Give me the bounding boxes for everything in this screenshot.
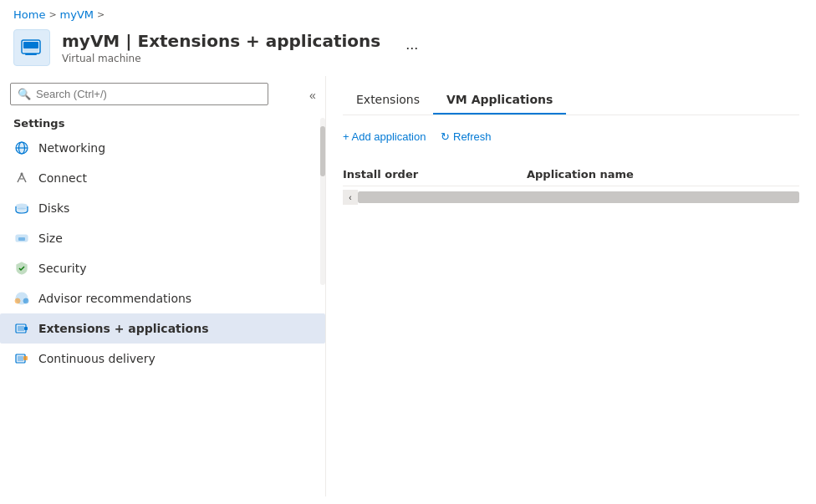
sidebar-item-security[interactable]: Security [0, 253, 325, 283]
sidebar: 🔍 « Settings Networking [0, 76, 326, 496]
connect-label: Connect [38, 171, 87, 185]
tab-extensions[interactable]: Extensions [343, 86, 433, 115]
breadcrumb-sep1: > [48, 9, 56, 20]
search-input[interactable] [36, 88, 261, 100]
security-label: Security [38, 262, 87, 275]
svg-point-14 [15, 298, 20, 303]
sidebar-scroll: Networking Connect [0, 133, 325, 496]
svg-rect-20 [18, 356, 23, 361]
breadcrumb: Home > myVM > [0, 0, 816, 26]
main-layout: 🔍 « Settings Networking [0, 76, 816, 496]
page-title-block: myVM | Extensions + applications Virtual… [62, 31, 380, 64]
sidebar-item-advisor[interactable]: Advisor recommendations [0, 283, 325, 313]
svg-point-15 [23, 298, 28, 303]
search-icon: 🔍 [18, 88, 31, 100]
table-scrollbar-thumb [358, 191, 799, 203]
continuous-label: Continuous delivery [38, 352, 156, 365]
sidebar-item-extensions[interactable]: Extensions + applications [0, 313, 325, 344]
continuous-icon [13, 350, 30, 367]
size-icon [13, 230, 30, 247]
sidebar-item-continuous[interactable]: Continuous delivery [0, 344, 325, 374]
advisor-icon [13, 290, 30, 307]
collapse-button[interactable]: « [300, 83, 325, 108]
toolbar: + Add application ↻ Refresh [343, 127, 799, 146]
breadcrumb-sep2: > [97, 9, 105, 20]
tabs: Extensions VM Applications [343, 86, 799, 115]
more-button[interactable]: ··· [399, 36, 425, 60]
sidebar-item-networking[interactable]: Networking [0, 133, 325, 163]
breadcrumb-vm[interactable]: myVM [60, 8, 94, 21]
svg-rect-2 [23, 42, 38, 48]
breadcrumb-home[interactable]: Home [13, 8, 45, 21]
svg-rect-12 [18, 237, 25, 241]
security-icon [13, 260, 30, 277]
svg-point-10 [16, 208, 28, 213]
refresh-button[interactable]: ↻ Refresh [441, 127, 491, 146]
size-label: Size [38, 232, 63, 245]
svg-rect-17 [18, 326, 24, 331]
page-subtitle: Virtual machine [62, 53, 380, 64]
sidebar-scrollbar-thumb [320, 126, 325, 176]
col-install-order-header: Install order [343, 168, 527, 181]
table-scroll-row: ‹ [343, 190, 799, 205]
vm-icon [13, 29, 50, 66]
networking-label: Networking [38, 141, 105, 155]
col-app-name-header: Application name [527, 168, 799, 181]
sidebar-section-label: Settings [0, 112, 325, 133]
table-header: Install order Application name [343, 163, 799, 186]
sidebar-item-size[interactable]: Size [0, 223, 325, 253]
search-bar[interactable]: 🔍 [10, 83, 268, 105]
tab-vm-applications[interactable]: VM Applications [433, 86, 566, 115]
advisor-label: Advisor recommendations [38, 292, 191, 305]
sidebar-item-disks[interactable]: Disks [0, 193, 325, 223]
main-content: Extensions VM Applications + Add applica… [326, 76, 816, 496]
sidebar-scrollbar[interactable] [320, 118, 325, 285]
table-scroll-left-button[interactable]: ‹ [343, 190, 358, 205]
page-title: myVM | Extensions + applications [62, 31, 380, 51]
connect-icon [13, 170, 30, 186]
svg-point-8 [21, 173, 23, 176]
svg-rect-21 [23, 356, 28, 360]
networking-icon [13, 140, 30, 156]
sidebar-item-connect[interactable]: Connect [0, 163, 325, 193]
extensions-icon [13, 320, 30, 337]
svg-rect-3 [25, 53, 37, 55]
disks-label: Disks [38, 201, 69, 215]
svg-rect-18 [24, 327, 28, 330]
extensions-label: Extensions + applications [38, 322, 209, 335]
add-application-button[interactable]: + Add application [343, 127, 426, 146]
disks-icon [13, 200, 30, 216]
page-header: myVM | Extensions + applications Virtual… [0, 26, 816, 76]
table-scrollbar[interactable] [358, 191, 799, 203]
